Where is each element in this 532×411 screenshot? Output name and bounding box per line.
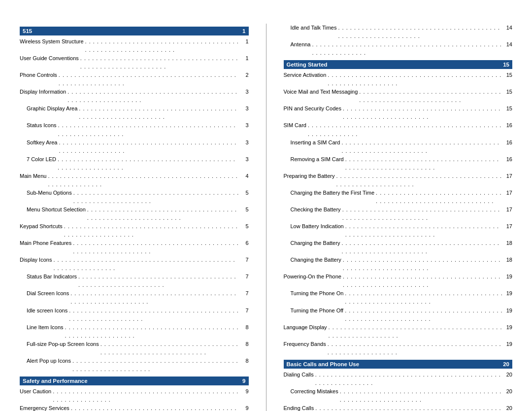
section-header-label: 515	[23, 28, 32, 34]
toc-dots: . . . . . . . . . . . . . . . . . . . . …	[69, 307, 239, 323]
toc-page: 2	[241, 71, 249, 79]
section-header: 5151	[20, 27, 249, 35]
toc-page: 4	[241, 172, 249, 180]
toc-dots: . . . . . . . . . . . . . . . . . . . . …	[338, 24, 503, 40]
toc-label: Correcting Mistakes	[291, 387, 338, 396]
toc-dots: . . . . . . . . . . . . . . . . . . . . …	[48, 172, 239, 189]
section-header-label: Basic Calls and Phone Use	[287, 361, 360, 367]
toc-page: 3	[241, 138, 249, 147]
toc-label: Antenna	[291, 40, 311, 49]
toc-dots: . . . . . . . . . . . . . . . . . . . . …	[336, 172, 503, 189]
toc-page: 16	[504, 138, 512, 147]
toc-dots: . . . . . . . . . . . . . . . . . . . . …	[59, 71, 239, 88]
toc-label: SIM Card	[284, 121, 306, 130]
toc-item: Voice Mail and Text Messaging . . . . . …	[284, 88, 513, 104]
toc-item: Charging the Battery . . . . . . . . . .…	[284, 239, 513, 256]
toc-page: 8	[241, 357, 249, 365]
toc-label: Charging the Battery the First Time	[291, 189, 375, 197]
toc-item: Line Item Icons . . . . . . . . . . . . …	[20, 323, 249, 340]
toc-page: 19	[504, 307, 512, 315]
toc-page: 15	[504, 71, 512, 79]
toc-page: 14	[504, 40, 512, 49]
toc-page: 16	[504, 121, 512, 130]
toc-dots: . . . . . . . . . . . . . . . . . . . . …	[340, 387, 503, 404]
toc-dots: . . . . . . . . . . . . . . . . . . . . …	[100, 340, 239, 357]
toc-item: Changing the Battery . . . . . . . . . .…	[284, 256, 513, 273]
toc-label: Inserting a SIM Card	[291, 138, 340, 147]
toc-page: 1	[241, 37, 249, 46]
toc-item: Preparing the Battery . . . . . . . . . …	[284, 172, 513, 189]
toc-page: 8	[241, 323, 249, 332]
toc-item: Antenna . . . . . . . . . . . . . . . . …	[284, 40, 513, 57]
toc-dots: . . . . . . . . . . . . . . . . . . . . …	[70, 289, 239, 306]
toc-item: Full-size Pop-up Screen Icons . . . . . …	[20, 340, 249, 357]
toc-dots: . . . . . . . . . . . . . . . . . . . . …	[312, 40, 503, 57]
toc-label: Language Display	[284, 323, 327, 332]
toc-item: Dial Screen Icons . . . . . . . . . . . …	[20, 289, 249, 306]
toc-label: Display Icons	[20, 256, 52, 264]
toc-label: Main Menu	[20, 172, 46, 180]
toc-label: Preparing the Battery	[284, 172, 335, 180]
section-header: Getting Started15	[284, 60, 513, 69]
toc-item: Menu Shortcut Selection . . . . . . . . …	[20, 206, 249, 222]
toc-dots: . . . . . . . . . . . . . . . . . . . . …	[342, 206, 503, 222]
toc-label: 7 Color LED	[27, 155, 56, 164]
toc-label: User Guide Conventions	[20, 54, 79, 63]
toc-label: Checking the Battery	[291, 206, 341, 214]
toc-dots: . . . . . . . . . . . . . . . . . . . . …	[58, 121, 239, 138]
toc-label: Softkey Area	[27, 138, 57, 147]
toc-label: Dialing Calls	[284, 371, 314, 379]
toc-label: Voice Mail and Text Messaging	[284, 88, 358, 96]
toc-item: Main Menu . . . . . . . . . . . . . . . …	[20, 172, 249, 189]
toc-label: Alert Pop up Icons	[27, 357, 71, 365]
toc-label: Changing the Battery	[291, 256, 341, 264]
toc-page: 18	[504, 239, 512, 247]
toc-item: Phone Controls . . . . . . . . . . . . .…	[20, 71, 249, 88]
toc-dots: . . . . . . . . . . . . . . . . . . . . …	[58, 155, 239, 172]
toc-label: Low Battery Indication	[291, 222, 344, 231]
toc-dots: . . . . . . . . . . . . . . . . . . . . …	[65, 323, 239, 340]
toc-dots: . . . . . . . . . . . . . . . . . . . . …	[341, 239, 503, 256]
toc-item: Powering-On the Phone . . . . . . . . . …	[284, 273, 513, 289]
section-header-page: 15	[503, 62, 509, 68]
toc-page: 3	[241, 121, 249, 130]
toc-page: 15	[504, 88, 512, 96]
toc-item: Keypad Shortcuts . . . . . . . . . . . .…	[20, 222, 249, 239]
toc-page: 14	[504, 24, 512, 32]
toc-page: 17	[504, 206, 512, 214]
toc-label: Idle and Talk Times	[291, 24, 337, 32]
toc-page: 7	[241, 289, 249, 298]
toc-page: 8	[241, 340, 249, 348]
toc-item: User Caution . . . . . . . . . . . . . .…	[20, 387, 249, 404]
toc-label: Menu Shortcut Selection	[27, 206, 86, 214]
toc-item: Graphic Display Area . . . . . . . . . .…	[20, 104, 249, 121]
toc-item: Display Information . . . . . . . . . . …	[20, 88, 249, 104]
toc-page: 19	[504, 289, 512, 298]
toc-dots: . . . . . . . . . . . . . . . . . . . . …	[315, 371, 503, 387]
toc-item: Softkey Area . . . . . . . . . . . . . .…	[20, 138, 249, 155]
toc-label: Charging the Battery	[291, 239, 340, 247]
toc-label: Full-size Pop-up Screen Icons	[27, 340, 99, 348]
toc-dots: . . . . . . . . . . . . . . . . . . . . …	[72, 357, 239, 374]
toc-page: 5	[241, 206, 249, 214]
toc-page: 17	[504, 189, 512, 197]
toc-label: Service Activation	[284, 71, 327, 79]
toc-label: Status Bar Indicators	[27, 273, 77, 281]
toc-dots: . . . . . . . . . . . . . . . . . . . . …	[359, 88, 503, 104]
toc-page: 5	[241, 222, 249, 231]
toc-page: 15	[504, 104, 512, 113]
toc-dots: . . . . . . . . . . . . . . . . . . . . …	[85, 37, 239, 54]
toc-item: PIN and Security Codes . . . . . . . . .…	[284, 104, 513, 121]
toc-page: 7	[241, 273, 249, 281]
toc-dots: . . . . . . . . . . . . . . . . . . . . …	[376, 189, 503, 206]
toc-item: SIM Card . . . . . . . . . . . . . . . .…	[284, 121, 513, 138]
toc-page: 7	[241, 307, 249, 315]
toc-item: Status Icons . . . . . . . . . . . . . .…	[20, 121, 249, 138]
toc-label: User Caution	[20, 387, 51, 396]
toc-dots: . . . . . . . . . . . . . . . . . . . . …	[67, 88, 239, 104]
toc-page: 9	[241, 404, 249, 411]
toc-page: 6	[241, 239, 249, 247]
toc-item: Display Icons . . . . . . . . . . . . . …	[20, 256, 249, 273]
toc-page: 20	[504, 387, 512, 396]
toc-dots: . . . . . . . . . . . . . . . . . . . . …	[59, 138, 239, 155]
